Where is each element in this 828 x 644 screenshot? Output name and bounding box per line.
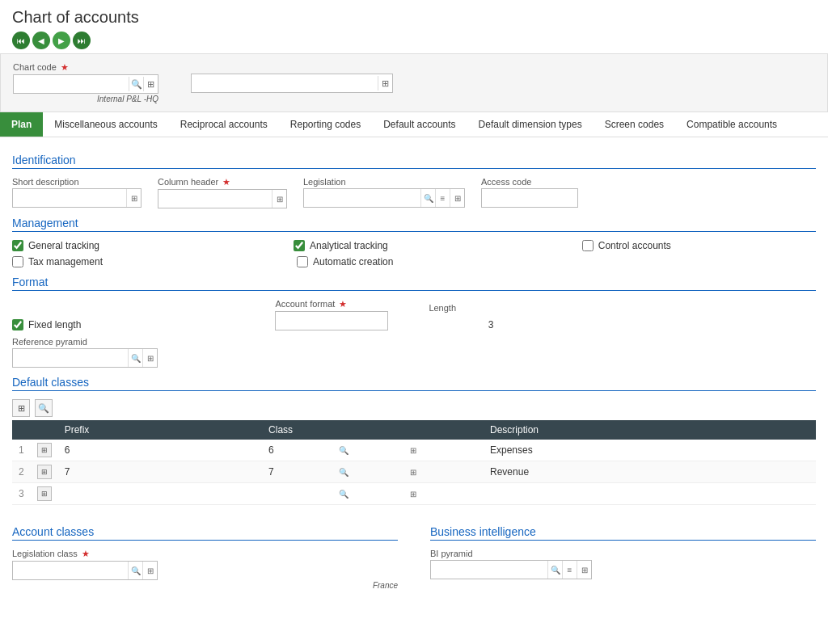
short-description-wrapper: Internal PL ⊞ bbox=[12, 188, 142, 208]
tab-plan[interactable]: Plan bbox=[0, 112, 43, 137]
column-header-icon[interactable]: ⊞ bbox=[272, 190, 286, 208]
legislation-class-label: Legislation class ★ bbox=[12, 549, 398, 559]
row-icon-3: ⊞ bbox=[31, 483, 58, 505]
tab-default-dimension-types[interactable]: Default dimension types bbox=[467, 112, 594, 137]
analytical-tracking-input[interactable] bbox=[294, 240, 305, 251]
general-tracking-input[interactable] bbox=[12, 240, 23, 251]
management-section-title: Management bbox=[12, 217, 816, 232]
bi-pyramid-table-icon[interactable]: ⊞ bbox=[577, 561, 591, 579]
account-format-label: Account format ★ bbox=[275, 299, 396, 309]
row-prefix-2: 7 bbox=[58, 461, 262, 483]
access-code-label: Access code bbox=[481, 177, 602, 187]
legislation-class-input[interactable]: FRA bbox=[13, 562, 128, 579]
chart-code-input[interactable]: INT bbox=[14, 77, 129, 91]
length-value: 3 bbox=[429, 314, 493, 330]
class-table-icon-3[interactable]: ⊞ bbox=[410, 490, 477, 499]
nav-first-button[interactable]: ⏮ bbox=[12, 32, 30, 49]
automatic-creation-input[interactable] bbox=[297, 256, 308, 267]
chart-code-group: Chart code ★ INT 🔍 ⊞ Internal P&L -HQ bbox=[13, 62, 158, 103]
automatic-creation-checkbox[interactable]: Automatic creation bbox=[297, 256, 393, 267]
legislation-icon2[interactable]: ≡ bbox=[435, 189, 450, 207]
table-row: 2 ⊞ 7 7 🔍 ⊞ Revenue bbox=[12, 461, 816, 483]
analytical-tracking-checkbox[interactable]: Analytical tracking bbox=[294, 240, 388, 251]
legislation-class-col: Legislation class ★ FRA 🔍 ⊞ France bbox=[12, 549, 398, 590]
short-description-icon[interactable]: ⊞ bbox=[126, 189, 141, 207]
row-class-2: 7 🔍 ⊞ bbox=[262, 461, 484, 483]
search-table-button[interactable]: 🔍 bbox=[35, 399, 53, 417]
legislation-class-table-icon[interactable]: ⊞ bbox=[142, 562, 157, 579]
control-accounts-checkbox[interactable]: Control accounts bbox=[582, 240, 671, 251]
nav-last-button[interactable]: ⏭ bbox=[73, 32, 91, 49]
control-accounts-input[interactable] bbox=[582, 240, 594, 251]
tab-screen-codes[interactable]: Screen codes bbox=[594, 112, 675, 137]
row-edit-btn-1[interactable]: ⊞ bbox=[37, 443, 52, 457]
bi-pyramid-icon2[interactable]: ≡ bbox=[562, 561, 577, 579]
tax-management-input[interactable] bbox=[12, 256, 23, 267]
management-checkboxes-row2: Tax management Automatic creation bbox=[12, 256, 816, 267]
class-search-icon-1[interactable]: 🔍 bbox=[339, 446, 406, 455]
row-class-3: 🔍 ⊞ bbox=[262, 483, 484, 505]
col-row-actions bbox=[12, 420, 31, 440]
legislation-col: Legislation 🔍 ≡ ⊞ bbox=[303, 177, 465, 208]
nav-next-button[interactable]: ▶ bbox=[53, 32, 70, 49]
management-checkboxes-row1: General tracking Analytical tracking Con… bbox=[12, 240, 816, 251]
general-tracking-checkbox[interactable]: General tracking bbox=[12, 240, 99, 251]
row-class-1: 6 🔍 ⊞ bbox=[262, 440, 484, 461]
fixed-length-label: Fixed length bbox=[28, 319, 81, 330]
row-icon-2: ⊞ bbox=[31, 461, 58, 483]
chart-code-subtext: Internal P&L -HQ bbox=[13, 95, 158, 103]
fixed-length-checkbox[interactable]: Fixed length bbox=[12, 319, 81, 330]
chart-description-icon[interactable]: ⊞ bbox=[378, 76, 392, 90]
reference-pyramid-table-icon[interactable]: ⊞ bbox=[142, 349, 157, 367]
add-row-button[interactable]: ⊞ bbox=[12, 399, 30, 417]
class-search-icon-3[interactable]: 🔍 bbox=[339, 490, 406, 499]
tax-management-checkbox[interactable]: Tax management bbox=[12, 256, 103, 267]
fixed-length-input[interactable] bbox=[12, 319, 23, 330]
tab-reporting-codes[interactable]: Reporting codes bbox=[279, 112, 372, 137]
general-tracking-label: General tracking bbox=[28, 240, 99, 251]
column-header-wrapper: Internal PL ⊞ bbox=[158, 189, 287, 208]
access-code-col: Access code bbox=[481, 177, 602, 208]
chart-code-input-wrapper: INT 🔍 ⊞ bbox=[13, 74, 158, 94]
tab-miscellaneous-accounts[interactable]: Miscellaneous accounts bbox=[43, 112, 168, 137]
legislation-class-search-icon[interactable]: 🔍 bbox=[128, 562, 142, 579]
tab-default-accounts[interactable]: Default accounts bbox=[372, 112, 467, 137]
col-class: Class bbox=[262, 420, 484, 440]
table-header-row: Prefix Class Description bbox=[12, 420, 816, 440]
default-classes-table: Prefix Class Description 1 ⊞ 6 6 🔍 ⊞ Exp… bbox=[12, 420, 816, 505]
short-description-input[interactable]: Internal PL bbox=[13, 189, 126, 207]
chart-description-label bbox=[191, 62, 393, 72]
tax-management-label: Tax management bbox=[28, 256, 103, 267]
legislation-input[interactable] bbox=[304, 189, 420, 207]
nav-buttons: ⏮ ◀ ▶ ⏭ bbox=[12, 32, 816, 49]
access-code-input[interactable] bbox=[482, 189, 577, 207]
legislation-icon3[interactable]: ⊞ bbox=[450, 189, 464, 207]
row-edit-btn-3[interactable]: ⊞ bbox=[37, 486, 52, 501]
row-edit-btn-2[interactable]: ⊞ bbox=[37, 465, 52, 479]
row-num-1: 1 bbox=[12, 440, 31, 461]
row-description-3 bbox=[484, 483, 816, 505]
page-header: Chart of accounts ⏮ ◀ ▶ ⏭ bbox=[0, 0, 828, 53]
table-row: 3 ⊞ 🔍 ⊞ bbox=[12, 483, 816, 505]
bi-pyramid-search-icon[interactable]: 🔍 bbox=[547, 561, 562, 579]
chart-description-input[interactable]: Internal P&L -HQ bbox=[192, 76, 378, 90]
chart-code-table-icon[interactable]: ⊞ bbox=[143, 77, 158, 91]
column-header-input[interactable]: Internal PL bbox=[158, 190, 272, 208]
tab-reciprocal-accounts[interactable]: Reciprocal accounts bbox=[169, 112, 279, 137]
nav-prev-button[interactable]: ◀ bbox=[32, 32, 50, 49]
class-table-icon-2[interactable]: ⊞ bbox=[410, 468, 477, 477]
format-section-title: Format bbox=[12, 276, 816, 291]
reference-pyramid-input[interactable] bbox=[13, 349, 128, 367]
legislation-search-icon[interactable]: 🔍 bbox=[420, 189, 435, 207]
tab-compatible-accounts[interactable]: Compatible accounts bbox=[675, 112, 788, 137]
class-table-icon-1[interactable]: ⊞ bbox=[410, 446, 477, 455]
short-description-col: Short description Internal PL ⊞ bbox=[12, 177, 142, 208]
account-format-input[interactable]: 3# bbox=[275, 311, 388, 330]
chart-code-search-icon[interactable]: 🔍 bbox=[129, 77, 143, 91]
bi-pyramid-input[interactable] bbox=[431, 561, 547, 579]
business-intelligence-col: Business intelligence BI pyramid 🔍 ≡ ⊞ bbox=[430, 517, 816, 590]
bottom-row: Account classes Legislation class ★ FRA … bbox=[12, 517, 816, 590]
reference-pyramid-search-icon[interactable]: 🔍 bbox=[128, 349, 142, 367]
main-content: Identification Short description Interna… bbox=[0, 137, 828, 598]
class-search-icon-2[interactable]: 🔍 bbox=[339, 468, 406, 477]
